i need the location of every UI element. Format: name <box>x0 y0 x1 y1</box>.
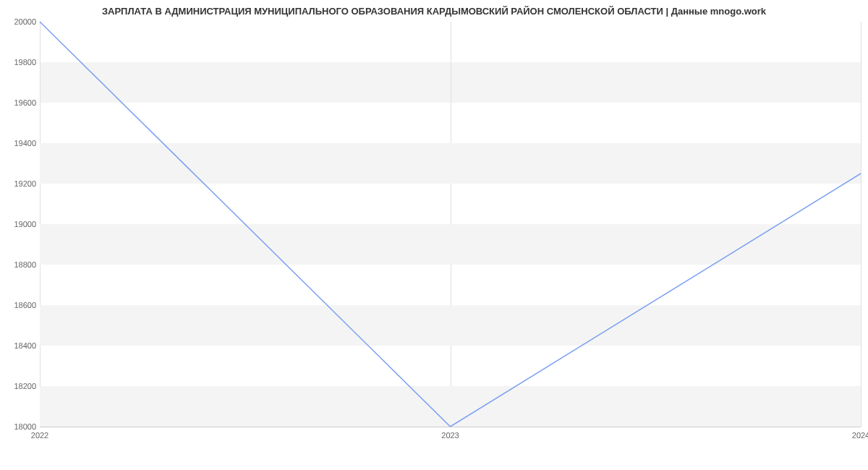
y-tick-label: 18600 <box>4 301 36 309</box>
y-tick-label: 20000 <box>4 17 36 26</box>
chart-container: ЗАРПЛАТА В АДМИНИСТРАЦИЯ МУНИЦИПАЛЬНОГО … <box>0 0 868 470</box>
y-tick-label: 19800 <box>4 58 36 67</box>
chart-title: ЗАРПЛАТА В АДМИНИСТРАЦИЯ МУНИЦИПАЛЬНОГО … <box>0 6 868 17</box>
y-tick-label: 18800 <box>4 260 36 269</box>
y-tick-label: 18000 <box>4 422 36 431</box>
x-axis-line <box>40 427 861 427</box>
x-tick-label: 2022 <box>31 431 48 440</box>
grid-line-vertical <box>861 22 861 427</box>
line-chart-svg <box>40 22 861 427</box>
data-line <box>40 22 861 427</box>
x-tick-label: 2024 <box>852 431 868 440</box>
y-tick-label: 19200 <box>4 179 36 188</box>
x-tick-label: 2023 <box>441 431 459 440</box>
y-tick-label: 19000 <box>4 220 36 228</box>
y-tick-label: 18200 <box>4 382 36 390</box>
y-tick-label: 18400 <box>4 341 36 350</box>
y-tick-label: 19600 <box>4 98 36 107</box>
y-tick-label: 19400 <box>4 139 36 148</box>
plot-area <box>40 22 861 427</box>
